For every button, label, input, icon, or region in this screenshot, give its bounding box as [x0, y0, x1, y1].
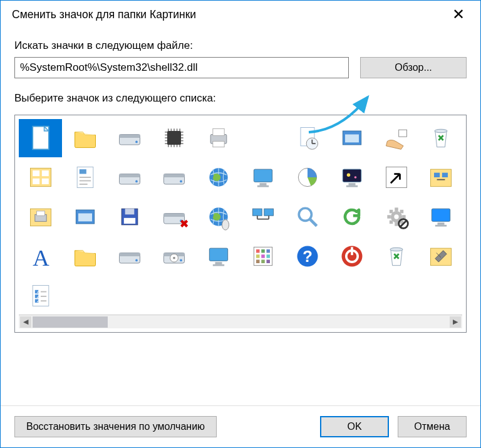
browse-button[interactable]: Обзор...: [360, 57, 467, 78]
programs-icon[interactable]: [241, 237, 284, 275]
titlebar: Сменить значок для папки Картинки ✕: [1, 1, 480, 28]
svg-rect-54: [259, 183, 266, 185]
svg-rect-100: [432, 209, 450, 221]
svg-rect-34: [398, 130, 406, 137]
svg-point-59: [354, 176, 356, 179]
svg-rect-53: [254, 169, 272, 182]
drive-icon[interactable]: [108, 119, 151, 157]
svg-point-97: [394, 214, 398, 219]
svg-rect-65: [442, 173, 447, 177]
svg-rect-120: [261, 254, 265, 258]
scroll-right-icon[interactable]: ▶: [450, 316, 461, 328]
empty-icon[interactable]: [241, 119, 284, 157]
recent-docs-icon[interactable]: [286, 119, 329, 157]
dialog-footer: Восстановить значения по умолчанию OK От…: [1, 405, 480, 447]
help-icon[interactable]: ?: [286, 237, 329, 275]
svg-rect-96: [400, 210, 403, 214]
svg-rect-82: [264, 209, 273, 216]
folder-open-icon[interactable]: [63, 237, 106, 275]
folder-icon[interactable]: [63, 119, 106, 157]
app-window-icon[interactable]: [63, 198, 106, 236]
svg-rect-116: [256, 249, 260, 253]
svg-point-35: [434, 130, 447, 133]
svg-rect-60: [348, 183, 355, 185]
choose-label: Выберите значок из следующего списка:: [14, 92, 467, 105]
svg-rect-69: [36, 211, 44, 216]
recycle-full-icon[interactable]: [375, 237, 418, 275]
svg-rect-123: [261, 259, 265, 263]
svg-rect-57: [343, 169, 361, 182]
monitor-icon[interactable]: [241, 159, 284, 197]
svg-rect-76: [163, 213, 184, 217]
svg-rect-4: [167, 131, 181, 145]
svg-rect-64: [434, 173, 440, 177]
dialog-window: Сменить значок для папки Картинки ✕ Иска…: [0, 0, 481, 448]
refresh-icon[interactable]: [330, 198, 373, 236]
scroll-left-icon[interactable]: ◀: [20, 316, 31, 328]
svg-rect-112: [209, 248, 227, 261]
tools-folder-icon[interactable]: [419, 237, 462, 275]
font-icon[interactable]: A: [19, 237, 62, 275]
globe-mouse-icon[interactable]: [197, 198, 240, 236]
network-folder-icon[interactable]: [419, 159, 462, 197]
network-drive-icon[interactable]: [152, 159, 195, 197]
svg-rect-71: [78, 213, 92, 221]
svg-rect-89: [402, 215, 406, 219]
svg-rect-101: [437, 222, 444, 225]
path-row: Обзор...: [14, 57, 467, 78]
screensaver-icon[interactable]: [330, 159, 373, 197]
search-icon[interactable]: [286, 198, 329, 236]
scroll-thumb[interactable]: [33, 316, 108, 328]
h-scrollbar[interactable]: ◀ ▶: [19, 315, 462, 328]
svg-point-106: [135, 259, 138, 261]
control-panel-icon[interactable]: [19, 159, 62, 197]
floppy-icon[interactable]: [108, 198, 151, 236]
printer-icon[interactable]: [197, 119, 240, 157]
cd-drive-icon[interactable]: [152, 237, 195, 275]
recycle-bin-icon[interactable]: [419, 119, 462, 157]
svg-rect-40: [41, 179, 48, 184]
ok-button[interactable]: OK: [320, 416, 389, 437]
network-pc-icon[interactable]: [241, 198, 284, 236]
globe-icon[interactable]: [197, 159, 240, 197]
floppy-drive-icon[interactable]: [108, 159, 151, 197]
svg-rect-122: [256, 259, 260, 263]
gear-disabled-icon[interactable]: [375, 198, 418, 236]
drive-blue-icon[interactable]: [108, 237, 151, 275]
pie-chart-icon[interactable]: [286, 159, 329, 197]
svg-rect-50: [163, 174, 184, 178]
svg-rect-63: [430, 169, 451, 187]
svg-rect-129: [351, 247, 353, 255]
shortcut-arrow-icon[interactable]: [375, 159, 418, 197]
scroll-track[interactable]: [33, 316, 448, 328]
power-icon[interactable]: [330, 237, 373, 275]
close-icon[interactable]: ✕: [444, 7, 473, 22]
desktop-icon[interactable]: [419, 198, 462, 236]
svg-point-80: [222, 220, 229, 231]
restore-defaults-button[interactable]: Восстановить значения по умолчанию: [14, 416, 217, 437]
cancel-button[interactable]: Отмена: [398, 416, 467, 437]
svg-rect-47: [119, 174, 140, 178]
svg-point-109: [180, 259, 182, 261]
printer-folder-icon[interactable]: [19, 198, 62, 236]
svg-text:✖: ✖: [180, 217, 188, 229]
svg-point-48: [135, 180, 138, 183]
svg-point-51: [180, 180, 182, 183]
svg-rect-102: [435, 225, 446, 227]
svg-rect-38: [41, 170, 48, 176]
blank-file-icon[interactable]: [19, 119, 62, 157]
checklist-icon[interactable]: ✓✓✓: [19, 276, 62, 315]
svg-rect-81: [252, 209, 262, 216]
drive-error-icon[interactable]: ✖: [152, 198, 195, 236]
svg-rect-73: [125, 209, 134, 214]
svg-rect-118: [266, 249, 270, 253]
pc-icon[interactable]: [197, 237, 240, 275]
run-hand-icon[interactable]: [375, 119, 418, 157]
svg-point-58: [346, 174, 350, 177]
chip-icon[interactable]: [152, 119, 195, 157]
window-icon[interactable]: [330, 119, 373, 157]
svg-rect-55: [257, 185, 268, 187]
dialog-body: Искать значки в следующем файле: Обзор..…: [1, 28, 480, 405]
text-doc-icon[interactable]: [63, 159, 106, 197]
path-input[interactable]: [14, 57, 349, 78]
